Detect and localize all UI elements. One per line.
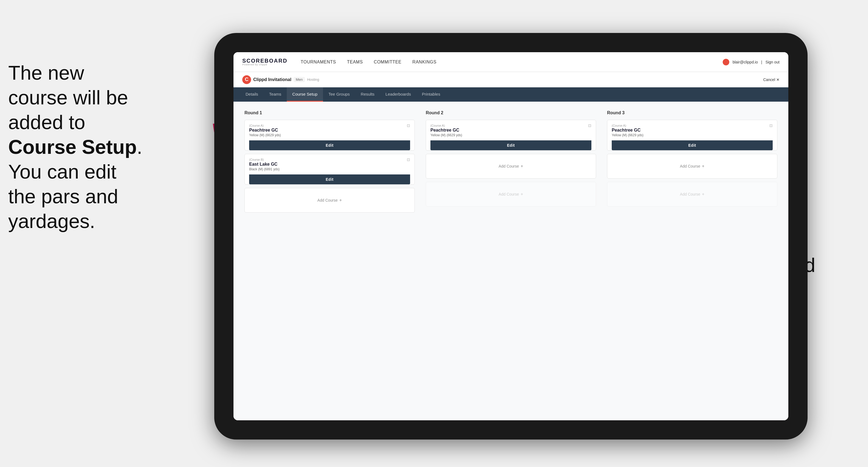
cancel-icon: ✕: [776, 77, 780, 82]
round-1-add-course-label: Add Course: [317, 198, 338, 203]
nav-links: TOURNAMENTS TEAMS COMMITTEE RANKINGS: [301, 60, 436, 65]
round-2-add-course-button[interactable]: Add Course +: [426, 154, 596, 179]
nav-link-rankings[interactable]: RANKINGS: [412, 60, 436, 65]
round-1-course-b-label: (Course B): [249, 158, 410, 161]
round-2-label: Round 2: [426, 111, 596, 115]
tournament-logo: C: [242, 75, 251, 84]
tournament-name: Clippd Invitational: [253, 77, 291, 82]
nav-email: blair@clippd.io: [733, 60, 758, 64]
round-2-course-a-label: (Course A): [430, 124, 591, 127]
round-3-course-a-name: Peachtree GC: [612, 128, 773, 133]
round-1-course-b-edit-button[interactable]: Edit: [249, 175, 410, 184]
annotation-left: The new course will be added to Course S…: [8, 60, 195, 234]
round-3-course-a-label: (Course A): [612, 124, 773, 127]
round-3-add-course-disabled: Add Course +: [607, 182, 777, 207]
round-1-course-a-delete[interactable]: ⊡: [406, 123, 411, 128]
tournament-badge: Men: [293, 77, 305, 82]
nav-link-committee[interactable]: COMMITTEE: [374, 60, 402, 65]
round-1-course-a-name: Peachtree GC: [249, 128, 410, 133]
round-2-add-course-disabled: Add Course +: [426, 182, 596, 207]
nav-right: blair@clippd.io | Sign out: [723, 59, 780, 65]
round-2-column: Round 2 ⊡ (Course A) Peachtree GC Yellow…: [426, 111, 596, 216]
round-2-course-a-name: Peachtree GC: [430, 128, 591, 133]
round-3-add-course-plus-icon: +: [702, 164, 704, 169]
round-1-course-b-name: East Lake GC: [249, 162, 410, 167]
annotation-course-setup: Course Setup: [8, 136, 137, 158]
tab-printables[interactable]: Printables: [416, 87, 446, 102]
logo-sub: Powered by clippd: [242, 63, 287, 66]
nav-left: SCOREBOARD Powered by clippd TOURNAMENTS…: [242, 58, 436, 66]
round-1-course-b-details: Black (M) (6891 yds): [249, 167, 410, 171]
tournament-info: C Clippd Invitational Men Hosting: [242, 75, 319, 84]
round-2-course-a-edit-button[interactable]: Edit: [430, 141, 591, 150]
logo-area: SCOREBOARD Powered by clippd: [242, 58, 287, 66]
round-2-course-a-delete[interactable]: ⊡: [587, 123, 592, 128]
nav-link-tournaments[interactable]: TOURNAMENTS: [301, 60, 336, 65]
round-1-add-course-button[interactable]: Add Course +: [245, 188, 415, 213]
tablet: SCOREBOARD Powered by clippd TOURNAMENTS…: [214, 33, 808, 439]
round-3-course-a-delete[interactable]: ⊡: [768, 123, 774, 128]
round-2-add-course-disabled-plus-icon: +: [521, 192, 523, 197]
round-2-add-course-disabled-label: Add Course: [499, 192, 519, 196]
round-1-add-course-plus-icon: +: [339, 198, 342, 203]
round-3-add-course-label: Add Course: [680, 164, 700, 168]
top-nav: SCOREBOARD Powered by clippd TOURNAMENTS…: [234, 52, 788, 72]
cancel-button[interactable]: Cancel ✕: [763, 77, 780, 82]
tab-tee-groups[interactable]: Tee Groups: [323, 87, 355, 102]
round-1-course-a-edit-button[interactable]: Edit: [249, 141, 410, 150]
tablet-screen: SCOREBOARD Powered by clippd TOURNAMENTS…: [234, 52, 788, 420]
round-1-course-a-details: Yellow (M) (6629 yds): [249, 133, 410, 137]
nav-divider: |: [761, 60, 762, 64]
round-2-course-a-details: Yellow (M) (6629 yds): [430, 133, 591, 137]
tab-course-setup[interactable]: Course Setup: [287, 87, 323, 102]
round-3-add-course-disabled-label: Add Course: [680, 192, 700, 196]
round-3-label: Round 3: [607, 111, 777, 115]
tournament-hosting: Hosting: [307, 77, 319, 82]
round-2-course-a-card: ⊡ (Course A) Peachtree GC Yellow (M) (66…: [426, 120, 596, 151]
sign-out-link[interactable]: Sign out: [766, 60, 780, 64]
round-1-course-a-card: ⊡ (Course A) Peachtree GC Yellow (M) (66…: [245, 120, 415, 151]
round-1-course-a-label: (Course A): [249, 124, 410, 127]
round-3-column: Round 3 ⊡ (Course A) Peachtree GC Yellow…: [607, 111, 777, 216]
round-3-add-course-button[interactable]: Add Course +: [607, 154, 777, 179]
round-3-course-a-edit-button[interactable]: Edit: [612, 141, 773, 150]
round-3-add-course-disabled-plus-icon: +: [702, 192, 704, 197]
tournament-bar: C Clippd Invitational Men Hosting Cancel…: [234, 72, 788, 87]
tab-teams[interactable]: Teams: [264, 87, 287, 102]
round-3-course-a-details: Yellow (M) (6629 yds): [612, 133, 773, 137]
tab-bar: Details Teams Course Setup Tee Groups Re…: [234, 87, 788, 102]
round-2-add-course-plus-icon: +: [521, 164, 523, 169]
round-1-course-b-delete[interactable]: ⊡: [406, 157, 411, 162]
round-2-add-course-label: Add Course: [499, 164, 519, 168]
round-3-course-a-card: ⊡ (Course A) Peachtree GC Yellow (M) (66…: [607, 120, 777, 151]
nav-avatar: [723, 59, 729, 65]
logo-scoreboard: SCOREBOARD: [242, 58, 287, 63]
nav-link-teams[interactable]: TEAMS: [347, 60, 363, 65]
main-content: Round 1 ⊡ (Course A) Peachtree GC Yellow…: [234, 102, 788, 420]
round-1-column: Round 1 ⊡ (Course A) Peachtree GC Yellow…: [245, 111, 415, 216]
round-1-course-b-card: ⊡ (Course B) East Lake GC Black (M) (689…: [245, 154, 415, 185]
tab-details[interactable]: Details: [240, 87, 264, 102]
round-1-label: Round 1: [245, 111, 415, 115]
tab-leaderboards[interactable]: Leaderboards: [380, 87, 416, 102]
rounds-grid: Round 1 ⊡ (Course A) Peachtree GC Yellow…: [245, 111, 777, 216]
tab-results[interactable]: Results: [355, 87, 380, 102]
